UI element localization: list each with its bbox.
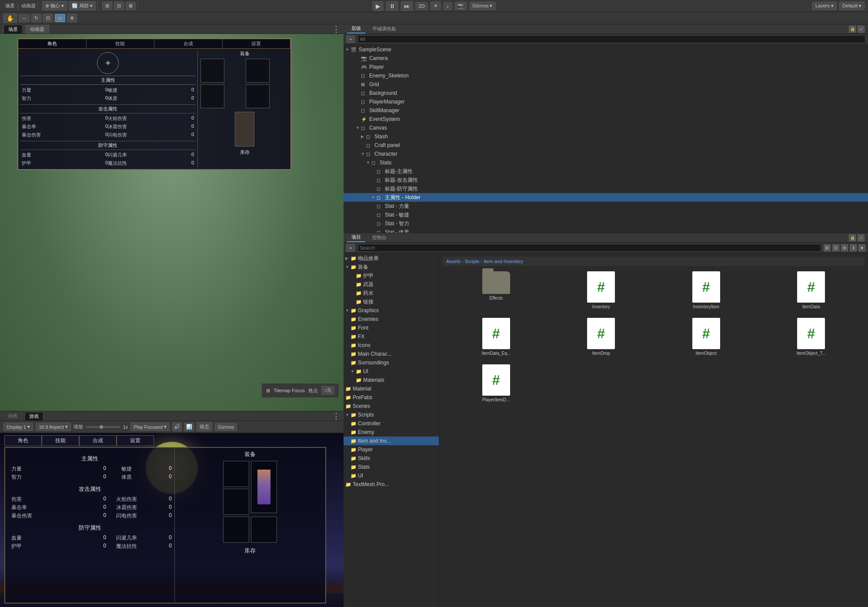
tree-item-stat-intel[interactable]: ◻ Stat - 智力 — [344, 219, 868, 228]
layout-btn[interactable]: ⊟ — [114, 2, 124, 10]
tree-item-playermgr[interactable]: ◻ PlayerManager — [344, 97, 868, 106]
folder-material[interactable]: 📁 Material — [344, 384, 439, 393]
cn-tab-craft[interactable]: 合成 — [79, 435, 117, 446]
cn-tab-settings[interactable]: 设置 — [117, 435, 154, 446]
file-playeritemd[interactable]: # PlayerItemD... — [446, 363, 546, 404]
folder-player2[interactable]: 📁 Player — [344, 445, 439, 454]
stats-tab-char[interactable]: 角色 — [18, 39, 87, 48]
file-inventoryitem[interactable]: # InventoryItem — [656, 270, 756, 311]
mute-btn[interactable]: 🔊 — [172, 423, 182, 431]
project-lock-btn[interactable]: 🔒 — [849, 234, 856, 241]
stats-tab-craft[interactable]: 合成 — [154, 39, 223, 48]
file-itemdata[interactable]: # ItemData — [761, 270, 861, 311]
hand-tool-btn[interactable]: ✋ — [3, 13, 17, 23]
stats-tab-skill[interactable]: 技能 — [87, 39, 155, 48]
layout-select-btn[interactable]: Default ▾ — [839, 2, 865, 10]
folder-skills[interactable]: 📁 Skills — [344, 454, 439, 463]
project-icon4[interactable]: ℹ — [850, 244, 857, 251]
scale-tool-btn[interactable]: ⊡ — [43, 14, 53, 22]
folder-enemies[interactable]: 📁 Enemies — [344, 315, 439, 324]
camera-btn[interactable]: 📷 — [454, 2, 467, 10]
folder-scripts[interactable]: ▼ 📁 Scripts — [344, 410, 439, 419]
tree-item-samplescene[interactable]: ▼ 🎬 SampleScene — [344, 45, 868, 54]
project-tab[interactable]: 项目 — [347, 233, 365, 242]
project-icon1[interactable]: ⊞ — [824, 244, 831, 251]
folder-iteminv[interactable]: 📁 Item and Inv... — [344, 437, 439, 445]
stats-tab-settings[interactable]: 设置 — [223, 39, 291, 48]
project-add-btn[interactable]: + — [346, 244, 355, 252]
folder-equip[interactable]: ▼ 📁 装备 — [344, 263, 439, 271]
breadcrumb-assets[interactable]: Assets — [446, 259, 461, 264]
step-btn[interactable]: ⏭ — [401, 1, 413, 11]
mode-2d-btn[interactable]: 2D — [416, 2, 428, 10]
scene-tab-animator[interactable]: 动画器 — [25, 25, 49, 33]
tile-palette-tab[interactable]: 平铺调色板 — [368, 25, 401, 33]
gizmos-game-btn[interactable]: Gizmos — [215, 423, 237, 431]
snap-btn[interactable]: ⊞ — [102, 2, 112, 10]
folder-scenes[interactable]: 📁 Scenes — [344, 402, 439, 410]
scene-options-btn[interactable]: ⋮ — [332, 24, 340, 34]
project-expand-btn[interactable]: ⤢ — [858, 234, 865, 241]
folder-ui2[interactable]: 📁 UI — [344, 471, 439, 480]
file-itemobject-t[interactable]: # ItemObject_T... — [761, 316, 861, 357]
tree-item-eventsystem[interactable]: ⚡ EventSystem — [344, 115, 868, 123]
folder-effects[interactable]: ▶ 📁 物品效果 — [344, 254, 439, 263]
tree-item-craftpanel[interactable]: ◻ Craft panel — [344, 141, 868, 150]
folder-enemy2[interactable]: 📁 Enemy — [344, 428, 439, 437]
tree-item-camera[interactable]: 📷 Camera — [344, 54, 868, 63]
rotate-tool-btn[interactable]: ↻ — [31, 14, 41, 22]
project-icon5[interactable]: ★ — [858, 244, 865, 251]
layers-btn[interactable]: Layers ▾ — [812, 2, 837, 10]
project-search[interactable] — [357, 244, 821, 252]
hierarchy-search[interactable] — [357, 35, 865, 43]
console-tab[interactable]: 控制台 — [368, 233, 391, 242]
play-btn[interactable]: ▶ — [373, 1, 384, 11]
file-itemdata-eq[interactable]: # ItemData_Eq... — [446, 316, 546, 357]
tree-item-title-defense[interactable]: ◻ 标题-防守属性 — [344, 184, 868, 193]
tree-item-grid[interactable]: ⊞ Grid — [344, 80, 868, 89]
breadcrumb-scripts[interactable]: Scripts — [465, 259, 480, 264]
align-btn[interactable]: ⊠ — [126, 2, 136, 10]
folder-weapon[interactable]: 📁 武器 — [344, 280, 439, 289]
stats-btn[interactable]: 📊 — [184, 423, 194, 431]
folder-materials[interactable]: 📁 Materials — [344, 376, 439, 384]
folder-font[interactable]: 📁 Font — [344, 324, 439, 332]
tree-item-enemy[interactable]: ◻ Enemy_Skeleton — [344, 71, 868, 80]
move-tool-btn[interactable]: ↔ — [19, 14, 30, 22]
pivot-btn[interactable]: ⊕ 轴心 ▾ — [42, 1, 67, 10]
hierarchy-lock-btn[interactable]: 🔒 — [849, 26, 856, 33]
tree-item-player[interactable]: 🎮 Player — [344, 63, 868, 71]
game-options-btn[interactable]: ⋮ — [332, 411, 340, 421]
cn-tab-skill[interactable]: 技能 — [42, 435, 79, 446]
folder-surr[interactable]: 📁 Surroundings — [344, 358, 439, 367]
tilemap-focus-checkbox[interactable]: □无 — [321, 386, 334, 395]
file-inventory[interactable]: # Inventory — [551, 270, 651, 311]
scene-tab-scene[interactable]: 场景 — [3, 25, 23, 33]
folder-icons[interactable]: 📁 Icons — [344, 341, 439, 350]
folder-controller[interactable]: 📁 Controller — [344, 419, 439, 428]
pause-btn[interactable]: ⏸ — [386, 1, 398, 11]
scale-slider[interactable] — [86, 426, 120, 428]
project-icon2[interactable]: ⊡ — [832, 244, 839, 251]
file-effects[interactable]: Effects — [446, 270, 546, 311]
hierarchy-expand-btn[interactable]: ⤢ — [858, 26, 865, 33]
display-dropdown[interactable]: Display 1 ▾ — [3, 423, 33, 431]
folder-fx[interactable]: 📁 FX — [344, 332, 439, 341]
tree-item-stash[interactable]: ▶ ◻ Stash — [344, 132, 868, 141]
local-btn[interactable]: 🔄 局部 ▾ — [69, 1, 96, 10]
aspect-dropdown[interactable]: 16:9 Aspect ▾ — [36, 423, 71, 431]
folder-textmesh[interactable]: 📁 TextMesh Pro... — [344, 480, 439, 489]
hierarchy-add-btn[interactable]: + — [346, 35, 355, 43]
hierarchy-tab[interactable]: 层级 — [347, 24, 365, 33]
transform-tool-btn[interactable]: ⊕ — [67, 14, 77, 22]
tree-item-main-holder[interactable]: ▼ ◻ 主属性 - Holder — [344, 193, 868, 202]
game-tab-game[interactable]: 游戏 — [24, 412, 43, 420]
tree-item-stats[interactable]: ▼ ◻ Stats — [344, 158, 868, 167]
breadcrumb-iteminv[interactable]: Item and Inventory — [484, 259, 523, 264]
project-icon3[interactable]: ⊕ — [841, 244, 848, 251]
file-itemdrop[interactable]: # ItemDrop — [551, 316, 651, 357]
file-itemobject[interactable]: # ItemObject — [656, 316, 756, 357]
audio-btn[interactable]: ♪ — [444, 2, 452, 10]
folder-prefabs[interactable]: 📁 PreFabs — [344, 393, 439, 402]
tree-item-character[interactable]: ▼ ◻ Character — [344, 150, 868, 158]
